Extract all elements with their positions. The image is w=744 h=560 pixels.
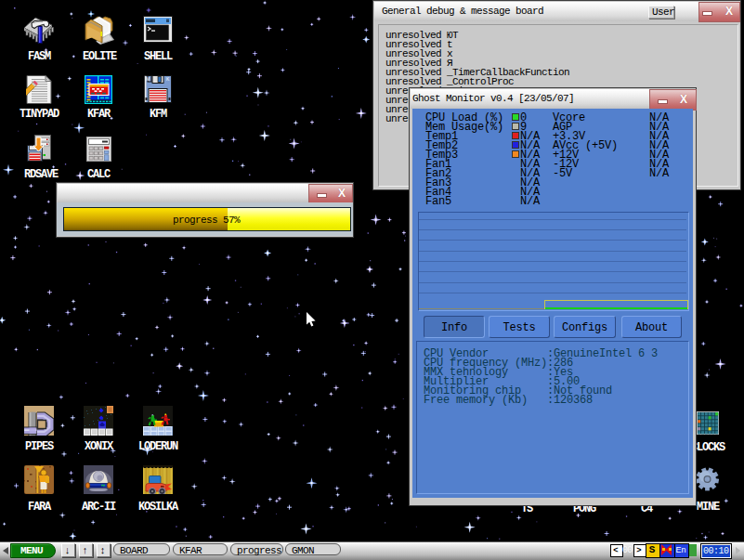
svg-text:M: M (146, 76, 150, 82)
